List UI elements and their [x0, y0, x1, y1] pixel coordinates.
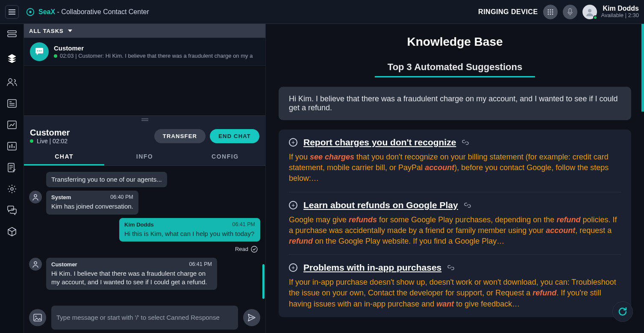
customer-message: Customer06:41 PM Hi Kim. I believe that … — [46, 258, 217, 290]
microphone-icon — [567, 8, 573, 16]
kb-article-link[interactable]: Report charges you don't recognize — [303, 137, 456, 147]
brand-name: SeaX — [38, 8, 55, 15]
svg-point-8 — [547, 13, 549, 15]
input-placeholder: Type message or start with '/' to select… — [56, 313, 220, 322]
message-body: Kim has joined conversation. — [51, 202, 133, 211]
brand-subtitle: - Collaborative Contact Center — [55, 8, 149, 15]
message-time: 06:40 PM — [110, 194, 133, 200]
chat-tabs: CHAT INFO CONFIG — [24, 149, 265, 166]
app-logo: SeaX - Collaborative Contact Center — [26, 7, 149, 17]
message-composer: Type message or start with '/' to select… — [29, 306, 260, 330]
agent-message: Kim Dodds06:41 PM Hi this is Kim, what c… — [119, 218, 260, 242]
task-status-dot — [54, 54, 57, 58]
nav-forms[interactable] — [6, 97, 18, 109]
expand-button[interactable]: + — [289, 138, 297, 147]
message-time: 06:41 PM — [232, 221, 255, 228]
svg-point-9 — [550, 13, 551, 15]
tasks-icon — [7, 30, 17, 38]
chat-scrollbar[interactable] — [262, 264, 265, 299]
menu-button[interactable] — [5, 5, 19, 19]
svg-point-28 — [35, 316, 37, 317]
svg-rect-13 — [8, 31, 16, 33]
knowledge-base-pane: Knowledge Base Top 3 Automated Suggestio… — [266, 24, 644, 333]
customer-avatar — [29, 258, 42, 271]
kb-search-query: Hi Kim. I believe that there was a fraud… — [279, 87, 631, 120]
caret-down-icon — [68, 29, 72, 32]
svg-point-23 — [41, 50, 41, 51]
kb-title: Knowledge Base — [279, 35, 631, 49]
nav-settings[interactable] — [6, 183, 18, 195]
refresh-button[interactable] — [612, 301, 633, 322]
transfer-button[interactable]: TRANSFER — [154, 129, 206, 143]
kb-suggestion: + Problems with in-app purchases If your… — [289, 262, 621, 317]
chat-transcript: Transferring you to one of our agents...… — [24, 166, 265, 333]
read-check-icon — [251, 246, 258, 253]
message-input[interactable]: Type message or start with '/' to select… — [51, 306, 238, 330]
right-edge-indicator — [641, 24, 644, 112]
send-icon — [247, 313, 256, 322]
person-icon — [32, 193, 39, 201]
user-name: Kim Dodds — [601, 5, 639, 12]
message-sender: Kim Dodds — [124, 221, 154, 228]
message-body: Transferring you to one of our agents... — [51, 175, 162, 184]
nav-analytics[interactable] — [6, 119, 18, 131]
svg-point-21 — [37, 50, 38, 51]
kb-suggestion: + Report charges you don't recognize If … — [289, 137, 621, 192]
task-preview: 02:03 | Customer: Hi Kim. I believe that… — [60, 53, 253, 59]
svg-point-1 — [29, 11, 32, 13]
grip-icon — [141, 118, 148, 121]
kb-article-link[interactable]: Problems with in-app purchases — [303, 262, 441, 273]
kb-suggestion: + Learn about refunds on Google Play Goo… — [289, 200, 621, 255]
user-status: Available | 2:30 — [601, 12, 639, 19]
system-avatar — [29, 191, 42, 203]
task-item[interactable]: Customer 02:03 | Customer: Hi Kim. I bel… — [24, 38, 265, 66]
kb-article-link[interactable]: Learn about refunds on Google Play — [303, 200, 458, 210]
icon-rail — [0, 24, 24, 333]
nav-reports[interactable] — [6, 140, 18, 152]
chat-bubbles-icon — [7, 206, 17, 215]
link-icon — [462, 139, 469, 146]
task-title: Customer — [54, 44, 259, 52]
end-chat-button[interactable]: END CHAT — [210, 129, 259, 143]
system-message: Transferring you to one of our agents... — [46, 172, 167, 187]
all-tasks-dropdown[interactable]: ALL TASKS — [24, 24, 265, 38]
nav-chat[interactable] — [6, 204, 18, 216]
user-menu[interactable]: Kim Dodds Available | 2:30 — [582, 5, 639, 19]
avatar-placeholder-icon — [585, 7, 595, 17]
svg-rect-14 — [8, 35, 16, 37]
svg-point-20 — [11, 188, 13, 190]
kb-subtitle: Top 3 Automated Suggestions — [375, 62, 535, 77]
hamburger-icon — [9, 9, 15, 15]
refresh-icon — [617, 306, 628, 317]
all-tasks-label: ALL TASKS — [29, 28, 64, 34]
svg-point-24 — [34, 194, 37, 197]
dialpad-button[interactable] — [543, 5, 558, 19]
live-dot — [30, 139, 33, 143]
nav-tasks[interactable] — [6, 28, 18, 40]
nav-checklist[interactable] — [6, 162, 18, 174]
chat-status: Live | 02:02 — [37, 138, 68, 144]
microphone-button[interactable] — [563, 5, 577, 19]
expand-button[interactable]: + — [289, 201, 297, 209]
expand-button[interactable]: + — [289, 263, 297, 272]
svg-point-3 — [550, 9, 551, 10]
resize-handle[interactable] — [24, 116, 265, 124]
dialpad-icon — [547, 9, 554, 15]
user-avatar — [582, 5, 597, 19]
attach-button[interactable] — [29, 309, 46, 326]
nav-integrations[interactable] — [6, 226, 18, 238]
seax-logo-icon — [26, 7, 35, 17]
send-button[interactable] — [243, 309, 260, 326]
svg-point-6 — [550, 11, 551, 12]
message-sender: System — [51, 194, 71, 200]
svg-point-22 — [39, 50, 40, 51]
tab-info[interactable]: INFO — [104, 149, 185, 165]
nav-layers[interactable] — [3, 50, 21, 67]
people-icon — [7, 78, 17, 86]
tab-config[interactable]: CONFIG — [185, 149, 265, 165]
tab-chat[interactable]: CHAT — [24, 149, 104, 165]
person-icon — [32, 260, 39, 268]
form-icon — [7, 99, 17, 108]
chat-panel-header: Customer Live | 02:02 TRANSFER END CHAT … — [24, 115, 265, 166]
nav-contacts[interactable] — [6, 76, 18, 88]
